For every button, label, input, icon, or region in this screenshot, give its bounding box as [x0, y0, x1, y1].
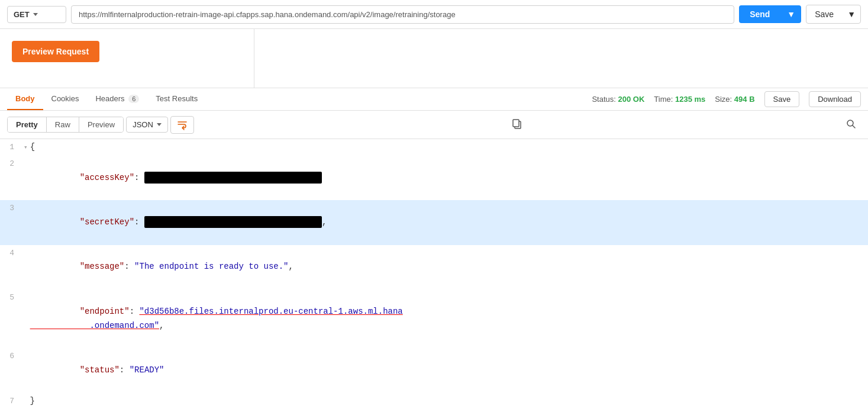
download-button[interactable]: Download	[809, 91, 861, 107]
search-button[interactable]	[841, 115, 861, 134]
svg-rect-1	[513, 120, 519, 127]
raw-button[interactable]: Raw	[47, 117, 79, 132]
code-line-3: 3 "secretKey": ,	[0, 200, 868, 245]
size-value: 494 B	[734, 95, 755, 104]
save-button-label: Save	[806, 9, 842, 19]
method-chevron-icon	[33, 13, 38, 16]
status-value: 200 OK	[618, 95, 645, 104]
svg-line-3	[853, 126, 855, 128]
secret-key-redacted	[144, 216, 322, 228]
code-response-area: 1 ▾ { 2 "accessKey": 3 "secretKey": , 4 …	[0, 139, 868, 409]
method-label: GET	[14, 10, 30, 19]
right-panel	[254, 29, 868, 88]
json-format-label: JSON	[133, 120, 153, 129]
status-label: Status: 200 OK	[592, 95, 644, 104]
tab-cookies[interactable]: Cookies	[43, 88, 88, 110]
preview-request-button[interactable]: Preview Request	[12, 41, 99, 62]
size-label: Size: 494 B	[715, 95, 754, 104]
wrap-icon	[177, 120, 188, 130]
save-response-button[interactable]: Save	[764, 91, 800, 107]
headers-count-badge: 6	[128, 95, 139, 103]
pretty-button[interactable]: Pretty	[8, 117, 47, 132]
copy-icon	[512, 118, 522, 129]
code-line-2: 2 "accessKey":	[0, 156, 868, 200]
save-button[interactable]: Save ▼	[806, 5, 861, 24]
code-line-4: 4 "message": "The endpoint is ready to u…	[0, 245, 868, 289]
code-line-7: 7 }	[0, 393, 868, 410]
format-bar: Pretty Raw Preview JSON	[0, 111, 868, 139]
tab-body[interactable]: Body	[7, 88, 43, 110]
copy-button[interactable]	[507, 115, 527, 134]
response-tab-bar: Body Cookies Headers 6 Test Results Stat…	[0, 88, 868, 111]
panel-area: Preview Request	[0, 29, 868, 88]
url-input[interactable]	[71, 5, 734, 24]
preview-button[interactable]: Preview	[79, 117, 123, 132]
send-button-label: Send	[739, 9, 780, 19]
save-dropdown-icon[interactable]: ▼	[843, 9, 860, 19]
access-key-redacted	[144, 172, 322, 184]
response-meta: Status: 200 OK Time: 1235 ms Size: 494 B…	[592, 91, 861, 107]
tab-headers[interactable]: Headers 6	[87, 88, 147, 110]
method-selector[interactable]: GET	[7, 6, 66, 23]
top-bar: GET Send ▼ Save ▼	[0, 0, 868, 29]
code-line-6: 6 "status": "READY"	[0, 348, 868, 393]
send-dropdown-icon[interactable]: ▼	[781, 9, 801, 19]
json-chevron-icon	[157, 123, 162, 126]
code-line-1: 1 ▾ {	[0, 139, 868, 156]
send-button[interactable]: Send ▼	[739, 5, 801, 23]
time-label: Time: 1235 ms	[654, 95, 705, 104]
left-panel: Preview Request	[0, 29, 254, 88]
wrap-button[interactable]	[170, 116, 194, 134]
search-icon	[846, 118, 856, 129]
json-format-selector[interactable]: JSON	[126, 117, 168, 133]
code-line-5: 5 "endpoint": "d3d56b8e.files.internalpr…	[0, 289, 868, 348]
tab-test-results[interactable]: Test Results	[147, 88, 206, 110]
time-value: 1235 ms	[675, 95, 705, 104]
view-mode-group: Pretty Raw Preview	[7, 117, 124, 133]
